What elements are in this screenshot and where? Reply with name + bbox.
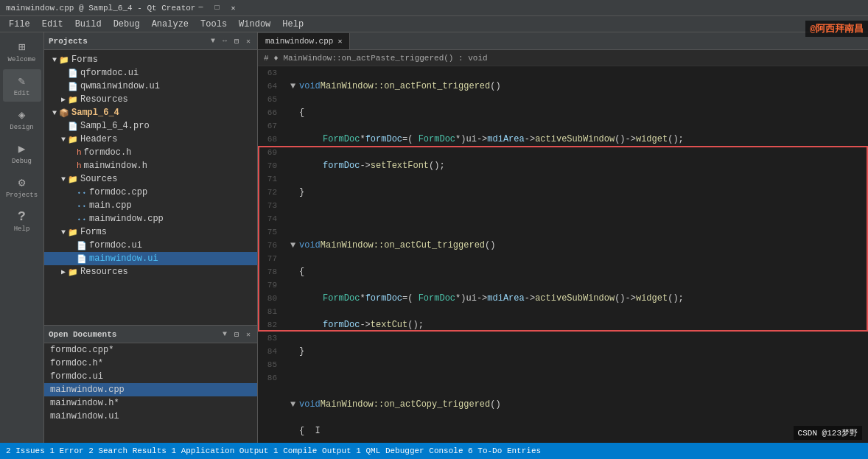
watermark-top: @阿西拜南昌 (805, 21, 868, 37)
tab-mainwindowcpp[interactable]: mainwindow.cpp ✕ (258, 33, 350, 49)
doc-mainwindowui[interactable]: mainwindow.ui (44, 410, 257, 423)
panel-filter-btn[interactable]: ▼ (209, 36, 217, 46)
menu-analyze[interactable]: Analyze (146, 18, 195, 31)
line-num-72: 72 (258, 186, 280, 199)
line-num-77: 77 (258, 252, 280, 265)
sidebar-welcome[interactable]: ⊞ Welcome (3, 35, 41, 68)
cpp-icon: ⬩⬩ (77, 188, 87, 197)
tree-item-mainwindowui[interactable]: 📄 mainwindow.ui (44, 252, 257, 265)
tree-item-mainwindowcpp[interactable]: ⬩⬩ mainwindow.cpp (44, 212, 257, 225)
tree-item-forms-top[interactable]: ▼ 📁 Forms (44, 53, 257, 66)
tree-item-maincpp[interactable]: ⬩⬩ main.cpp (44, 199, 257, 212)
tree-item-resources-top[interactable]: ▶ 📁 Resources (44, 93, 257, 106)
panel-close-btn[interactable]: ✕ (244, 36, 253, 46)
code-line-67: } (290, 186, 862, 199)
sidebar-design[interactable]: ◈ Design (3, 103, 41, 136)
panel-sync-btn[interactable]: ↔ (220, 36, 229, 46)
cpp-icon: ⬩⬩ (77, 201, 87, 210)
line-num-86: 86 (258, 371, 280, 385)
folder-icon: 📁 (68, 95, 78, 105)
edit-icon: ✎ (18, 74, 26, 88)
sidebar-edit[interactable]: ✎ Edit (3, 69, 41, 102)
maximize-button[interactable]: □ (211, 3, 222, 13)
welcome-icon: ⊞ (18, 40, 26, 55)
doc-label-formdoch: formdoc.h* (50, 358, 103, 368)
code-line-64: { (290, 106, 862, 119)
sidebar-debug[interactable]: ▶ Debug (3, 137, 41, 169)
line-num-65: 65 (258, 93, 280, 106)
menu-window[interactable]: Window (233, 18, 276, 31)
doc-formdoch[interactable]: formdoc.h* (44, 357, 257, 370)
line-numbers: 63 64 65 66 67 68 69 70 71 72 73 74 75 7… (258, 66, 284, 443)
tree-item-formdocui[interactable]: 📄 formdoc.ui (44, 239, 257, 252)
sidebar-edit-label: Edit (14, 90, 30, 97)
breadcrumb-text: # ♦ MainWindow::on_actPaste_triggered() … (264, 54, 488, 63)
sidebar-projects-label: Projects (6, 192, 38, 199)
header-icon: h (77, 148, 82, 157)
tree-label-mainwindowcpp: mainwindow.cpp (89, 214, 164, 224)
open-docs-header: Open Documents ▼ ⊟ ✕ (44, 326, 257, 343)
tree-label-pro: Sampl_6_4.pro (80, 121, 150, 131)
code-line-65: FormDoc *formDoc=( FormDoc *)ui->mdiArea… (290, 133, 862, 146)
fold-63: ▼ (290, 80, 299, 93)
line-num-64: 64 (258, 80, 280, 93)
close-button[interactable]: ✕ (228, 3, 238, 13)
sidebar-projects[interactable]: ⚙ Projects (3, 171, 41, 203)
tree-item-sampl64[interactable]: ▼ 📦 Sampl_6_4 (44, 106, 257, 119)
doc-mainwindowcpp[interactable]: mainwindow.cpp (44, 383, 257, 396)
tree-item-sources[interactable]: ▼ 📁 Sources (44, 172, 257, 186)
open-docs-list: formdoc.cpp* formdoc.h* formdoc.ui mainw… (44, 343, 257, 423)
menu-build[interactable]: Build (69, 18, 108, 31)
doc-mainwindowh[interactable]: mainwindow.h* (44, 396, 257, 410)
open-docs-filter[interactable]: ▼ (220, 329, 229, 340)
tree-item-formdoccpp[interactable]: ⬩⬩ formdoc.cpp (44, 186, 257, 199)
code-line-66: formDoc->setTextFont(); (290, 159, 862, 172)
menu-debug[interactable]: Debug (108, 18, 146, 31)
code-line-69: ▼void MainWindow::on_actCut_triggered() (290, 239, 862, 252)
open-docs-collapse[interactable]: ⊟ (232, 329, 241, 340)
tree-label-formdocui: formdoc.ui (89, 240, 142, 250)
panel-collapse-btn[interactable]: ⊟ (232, 36, 241, 46)
tree-item-forms-sub[interactable]: ▼ 📁 Forms (44, 225, 257, 239)
doc-formdocui[interactable]: formdoc.ui (44, 370, 257, 383)
menu-tools[interactable]: Tools (195, 18, 233, 31)
line-num-85: 85 (258, 358, 280, 371)
ui-icon: 📄 (77, 241, 87, 250)
arrow-forms-top: ▼ (50, 56, 59, 64)
code-area[interactable]: 63 64 65 66 67 68 69 70 71 72 73 74 75 7… (258, 66, 868, 443)
doc-formdoccpp[interactable]: formdoc.cpp* (44, 343, 257, 357)
open-docs-close[interactable]: ✕ (244, 329, 253, 340)
status-text: 2 Issues 1 Error 2 Search Results 1 Appl… (6, 446, 541, 455)
tree-item-mainwindowh[interactable]: h mainwindow.h (44, 159, 257, 172)
folder-icon: 📁 (68, 267, 78, 277)
title-text: mainwindow.cpp @ Sampl_6_4 - Qt Creator (6, 4, 195, 13)
tree-item-pro[interactable]: 📄 Sampl_6_4.pro (44, 119, 257, 133)
title-bar: mainwindow.cpp @ Sampl_6_4 - Qt Creator … (0, 0, 868, 16)
tree-item-qwmain[interactable]: 📄 qwmainwindow.ui (44, 80, 257, 93)
tree-item-qformdoc[interactable]: 📄 qformdoc.ui (44, 66, 257, 80)
editor-area: mainwindow.cpp ✕ # ♦ MainWindow::on_actP… (258, 32, 868, 443)
tree-item-headers[interactable]: ▼ 📁 Headers (44, 133, 257, 146)
menu-file[interactable]: File (3, 18, 36, 31)
window-controls: ─ □ ✕ (195, 3, 238, 13)
code-line-71: FormDoc *formDoc=( FormDoc *)ui->mdiArea… (290, 292, 862, 305)
tree-item-resources-sub[interactable]: ▶ 📁 Resources (44, 265, 257, 278)
code-content[interactable]: ▼void MainWindow::on_actFont_triggered()… (284, 66, 868, 443)
line-num-81: 81 (258, 305, 280, 318)
menu-bar: File Edit Build Debug Analyze Tools Wind… (0, 16, 868, 32)
code-line-68 (290, 212, 862, 225)
project-panel: Projects ▼ ↔ ⊟ ✕ ▼ 📁 Forms 📄 qformdoc.ui (44, 32, 258, 443)
code-line-70: { (290, 265, 862, 278)
tree-item-formdoch[interactable]: h formdoc.h (44, 146, 257, 159)
project-panel-title: Projects (49, 37, 88, 46)
minimize-button[interactable]: ─ (195, 3, 206, 13)
line-num-69: 69 (258, 146, 280, 159)
line-num-80: 80 (258, 292, 280, 305)
tree-label-forms-sub: Forms (80, 227, 107, 237)
code-line-74 (290, 371, 862, 385)
sidebar-help[interactable]: ? Help (3, 205, 41, 237)
tree-label-resources-top: Resources (80, 94, 128, 105)
menu-help[interactable]: Help (276, 18, 309, 31)
tab-close-mainwindowcpp[interactable]: ✕ (337, 37, 342, 46)
menu-edit[interactable]: Edit (36, 18, 69, 31)
